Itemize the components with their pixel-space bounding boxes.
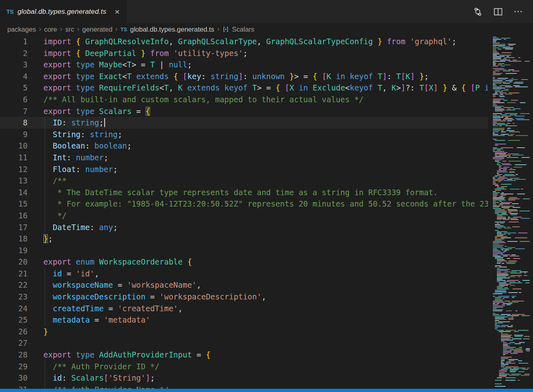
code-line[interactable]: 22 workspaceName = 'workspaceName', — [0, 279, 488, 291]
code-text — [43, 337, 488, 349]
code-text: export type Maybe<T> = T | null; — [43, 59, 488, 71]
close-tab-icon[interactable]: × — [114, 7, 120, 16]
editor-tab-bar: TS global.db.types.generated.ts × — [0, 0, 533, 23]
typescript-file-icon: TS — [6, 9, 14, 15]
line-number: 26 — [0, 326, 28, 338]
line-number: 5 — [0, 82, 28, 94]
line-number: 13 — [0, 175, 28, 187]
code-text: id: Scalars['String']; — [43, 372, 488, 384]
code-line[interactable]: 30 id: Scalars['String']; — [0, 372, 488, 384]
code-text: String: string; — [43, 129, 488, 140]
code-text: /** Auth Provider Name */ — [43, 384, 488, 389]
code-line[interactable]: 26} — [0, 326, 488, 338]
line-number: 23 — [0, 291, 28, 303]
line-number: 9 — [0, 129, 28, 140]
code-line[interactable]: 20export enum WorkspaceOrderable { — [0, 256, 488, 268]
code-line[interactable]: 8 ID: string; — [0, 117, 488, 129]
code-text: export type AddAuthProviderInput = { — [43, 349, 488, 361]
editor-actions: ⋯ — [473, 0, 533, 23]
code-line[interactable]: 25 metadata = 'metadata' — [0, 314, 488, 326]
code-line[interactable]: 18}; — [0, 233, 488, 245]
code-line[interactable]: 15 * For example: "1985-04-12T23:20:50.5… — [0, 198, 488, 210]
code-line[interactable]: 3export type Maybe<T> = T | null; — [0, 59, 488, 71]
code-line[interactable]: 1import { GraphQLResolveInfo, GraphQLSca… — [0, 36, 488, 47]
line-number: 31 — [0, 384, 28, 389]
code-line[interactable]: 27 — [0, 337, 488, 349]
line-number: 4 — [0, 71, 28, 82]
symbol-type-icon — [222, 26, 229, 33]
line-number: 19 — [0, 245, 28, 256]
code-line[interactable]: 28export type AddAuthProviderInput = { — [0, 349, 488, 361]
line-number: 25 — [0, 314, 28, 326]
line-number: 18 — [0, 233, 28, 245]
code-text: import { DeepPartial } from 'utility-typ… — [43, 47, 488, 59]
line-number: 17 — [0, 222, 28, 233]
breadcrumb-separator-icon: › — [39, 25, 41, 33]
line-number: 14 — [0, 187, 28, 198]
code-text: /** Auth Provider ID */ — [43, 361, 488, 373]
line-number: 10 — [0, 140, 28, 152]
line-number: 8 — [0, 117, 28, 129]
code-text: }; — [43, 233, 488, 245]
split-editor-icon[interactable] — [493, 7, 503, 17]
minimap[interactable] — [492, 36, 533, 389]
code-line[interactable]: 5export type RequireFields<T, K extends … — [0, 82, 488, 94]
code-text: createdTime = 'createdTime', — [43, 303, 488, 314]
more-actions-icon[interactable]: ⋯ — [514, 7, 523, 16]
code-line[interactable]: 21 id = 'id', — [0, 268, 488, 280]
line-number: 27 — [0, 337, 28, 349]
line-number: 16 — [0, 210, 28, 222]
breadcrumb-file[interactable]: global.db.types.generated.ts — [130, 26, 214, 33]
breadcrumb-folder[interactable]: core — [44, 26, 57, 33]
code-line[interactable]: 31 /** Auth Provider Name */ — [0, 384, 488, 389]
breadcrumb-folder[interactable]: generated — [82, 26, 112, 33]
breadcrumb-folder[interactable]: src — [65, 26, 74, 33]
code-line[interactable]: 10 Boolean: boolean; — [0, 140, 488, 152]
line-number: 6 — [0, 94, 28, 106]
line-number: 3 — [0, 59, 28, 71]
breadcrumb: packages›core›src›generated›TSglobal.db.… — [0, 23, 533, 36]
code-text: * For example: "1985-04-12T23:20:50.52Z"… — [43, 198, 488, 210]
code-text: ID: string; — [43, 117, 488, 129]
code-line[interactable]: 4export type Exact<T extends { [key: str… — [0, 71, 488, 82]
typescript-file-icon: TS — [120, 26, 127, 32]
code-text: id = 'id', — [43, 268, 488, 280]
code-text: Int: number; — [43, 152, 488, 164]
code-line[interactable]: 6/** All built-in and custom scalars, ma… — [0, 94, 488, 106]
code-line[interactable]: 29 /** Auth Provider ID */ — [0, 361, 488, 373]
code-text: import { GraphQLResolveInfo, GraphQLScal… — [43, 36, 488, 47]
code-text: Float: number; — [43, 164, 488, 175]
code-text — [43, 245, 488, 256]
line-number: 24 — [0, 303, 28, 314]
line-number: 20 — [0, 256, 28, 268]
code-text: export type Scalars = { — [43, 106, 488, 117]
code-line[interactable]: 17 DateTime: any; — [0, 222, 488, 233]
code-text: /** — [43, 175, 488, 187]
code-line[interactable]: 9 String: string; — [0, 129, 488, 140]
code-text: metadata = 'metadata' — [43, 314, 488, 326]
code-line[interactable]: 24 createdTime = 'createdTime', — [0, 303, 488, 314]
breadcrumb-separator-icon: › — [217, 25, 219, 33]
code-text: export enum WorkspaceOrderable { — [43, 256, 488, 268]
line-number: 11 — [0, 152, 28, 164]
code-line[interactable]: 19 — [0, 245, 488, 256]
code-text: export type RequireFields<T, K extends k… — [43, 82, 488, 94]
code-line[interactable]: 11 Int: number; — [0, 152, 488, 164]
open-changes-icon[interactable] — [473, 7, 483, 17]
breadcrumb-folder[interactable]: packages — [7, 26, 36, 33]
code-line[interactable]: 13 /** — [0, 175, 488, 187]
vscode-window: TS global.db.types.generated.ts × — [0, 0, 533, 392]
breadcrumb-separator-icon: › — [77, 25, 80, 33]
line-number: 7 — [0, 106, 28, 117]
line-number: 29 — [0, 361, 28, 373]
code-line[interactable]: 16 */ — [0, 210, 488, 222]
code-line[interactable]: 2import { DeepPartial } from 'utility-ty… — [0, 47, 488, 59]
code-text: * The DateTime scalar type represents da… — [43, 187, 488, 198]
breadcrumb-symbol[interactable]: Scalars — [232, 26, 254, 33]
code-line[interactable]: 14 * The DateTime scalar type represents… — [0, 187, 488, 198]
code-line[interactable]: 23 workspaceDescription = 'workspaceDesc… — [0, 291, 488, 303]
code-line[interactable]: 12 Float: number; — [0, 164, 488, 175]
breadcrumb-separator-icon: › — [115, 25, 118, 33]
tab-global-db-types-generated-ts[interactable]: TS global.db.types.generated.ts × — [0, 0, 127, 23]
code-line[interactable]: 7export type Scalars = { — [0, 106, 488, 117]
